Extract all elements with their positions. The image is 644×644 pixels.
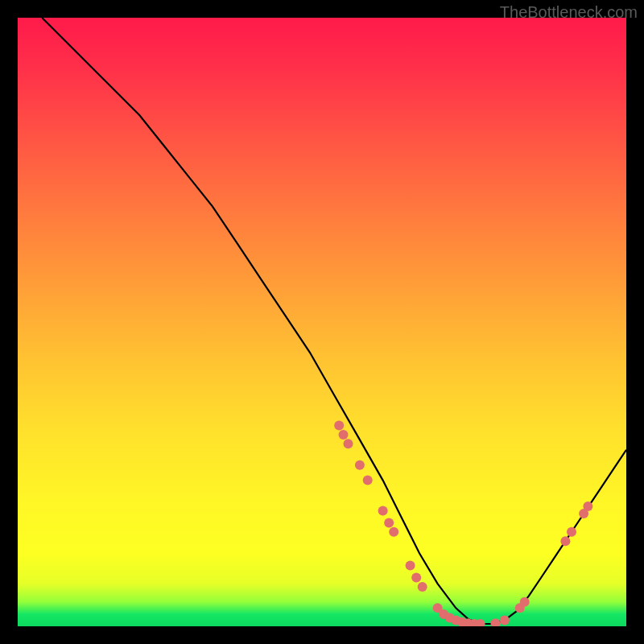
curve-dot bbox=[378, 506, 388, 515]
curve-dot bbox=[344, 439, 353, 448]
curve-path bbox=[42, 18, 626, 624]
curve-dot bbox=[411, 573, 421, 583]
curve-dot bbox=[560, 536, 570, 546]
curve-dot bbox=[583, 502, 592, 511]
curve-dot bbox=[406, 560, 415, 570]
chart-plot-area bbox=[18, 18, 626, 626]
curve-dot bbox=[500, 615, 510, 625]
curve-dot bbox=[491, 618, 501, 626]
curve-dot bbox=[363, 476, 373, 485]
curve-dot bbox=[355, 460, 365, 470]
curve-dot bbox=[339, 430, 349, 440]
curve-dot bbox=[418, 582, 427, 592]
bottleneck-curve bbox=[18, 18, 626, 626]
curve-dot bbox=[567, 527, 576, 537]
curve-dot bbox=[520, 597, 530, 607]
attribution: TheBottleneck.com bbox=[500, 3, 638, 22]
dot-layer bbox=[334, 421, 592, 627]
curve-dot bbox=[389, 527, 398, 537]
curve-dot bbox=[334, 421, 344, 431]
curve-dot bbox=[384, 518, 394, 528]
